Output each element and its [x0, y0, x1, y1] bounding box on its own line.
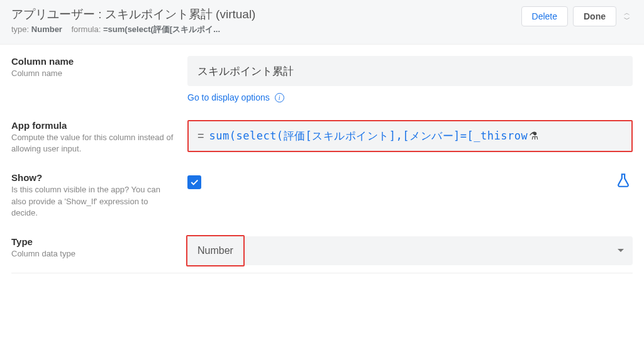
caret-down-icon: [618, 249, 624, 252]
display-options-text: Go to display options: [187, 92, 270, 102]
field-col: Number: [187, 236, 633, 265]
type-label: type:: [11, 25, 29, 34]
row-column-name: Column name Column name Go to display op…: [11, 56, 633, 102]
delete-button[interactable]: Delete: [521, 6, 568, 26]
info-icon: i: [275, 93, 284, 102]
row-show: Show? Is this column visible in the app?…: [11, 172, 633, 219]
field-col: = sum(select(評価[スキルポイント],[メンバー]=[_thisro…: [187, 120, 633, 152]
label-col: Type Column data type: [11, 236, 187, 260]
header-subtitle: type: Number formula: =sum(select(評価[スキル…: [11, 24, 521, 35]
header-title: アプリユーザー : スキルポイント累計 (virtual): [11, 6, 521, 23]
formula-value: =sum(select(評価[スキルポイ...: [103, 25, 220, 34]
app-formula-desc: Compute the value for this column instea…: [11, 132, 175, 155]
column-name-desc: Column name: [11, 68, 175, 79]
show-label: Show?: [11, 172, 175, 183]
column-name-input[interactable]: [187, 56, 633, 86]
show-desc: Is this column visible in the app? You c…: [11, 184, 175, 219]
formula-code: sum(select(評価[スキルポイント],[メンバー]=[_thisrow⚗: [209, 129, 623, 143]
column-editor-header: アプリユーザー : スキルポイント累計 (virtual) type: Numb…: [0, 0, 644, 45]
display-options-link[interactable]: Go to display options i: [187, 92, 633, 102]
label-col: Column name Column name: [11, 56, 187, 79]
header-actions: Delete Done ︿ ﹀: [521, 6, 633, 26]
done-button[interactable]: Done: [573, 6, 616, 26]
field-col: [187, 172, 633, 190]
flask-icon: ⚗: [529, 130, 539, 142]
type-desc: Column data type: [11, 248, 175, 260]
row-type: Type Column data type Number: [11, 236, 633, 265]
header-left: アプリユーザー : スキルポイント累計 (virtual) type: Numb…: [11, 6, 521, 35]
content: Column name Column name Go to display op…: [0, 45, 644, 265]
equals-sign: =: [197, 129, 204, 143]
type-select-rest: [245, 236, 633, 265]
section-divider: [11, 273, 633, 273]
formula-label: formula:: [71, 25, 101, 34]
type-label: Type: [11, 236, 175, 247]
app-formula-label: App formula: [11, 120, 175, 131]
reorder-handle[interactable]: ︿ ﹀: [621, 10, 633, 23]
app-formula-input[interactable]: = sum(select(評価[スキルポイント],[メンバー]=[_thisro…: [187, 120, 633, 152]
chevron-down-icon: ﹀: [624, 16, 630, 23]
check-icon: [189, 177, 199, 187]
label-col: App formula Compute the value for this c…: [11, 120, 187, 155]
label-col: Show? Is this column visible in the app?…: [11, 172, 187, 219]
field-col: Go to display options i: [187, 56, 633, 102]
column-name-label: Column name: [11, 56, 175, 67]
flask-icon: [615, 172, 631, 189]
row-app-formula: App formula Compute the value for this c…: [11, 120, 633, 155]
type-value: Number: [31, 25, 62, 34]
type-select[interactable]: Number: [187, 236, 633, 265]
type-select-value: Number: [186, 235, 245, 266]
expression-builder-button[interactable]: [615, 172, 633, 190]
show-checkbox[interactable]: [187, 175, 201, 189]
